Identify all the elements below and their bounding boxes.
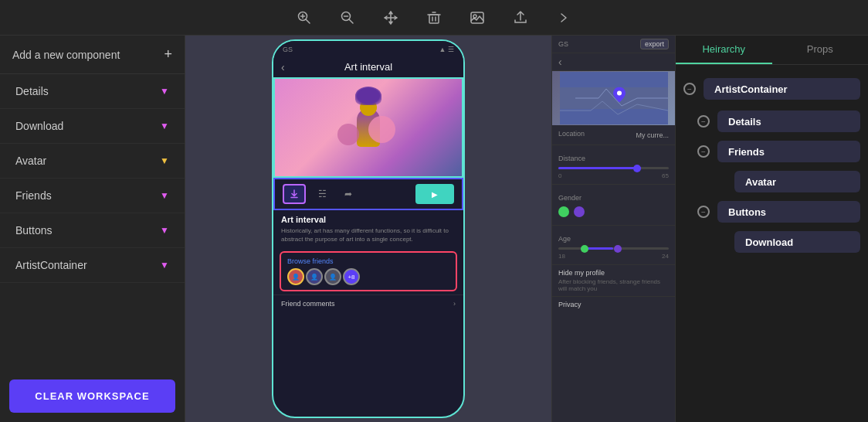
hierarchy-panel: Heirarchy Props − ArtistContainer − Deta… [675,36,868,422]
collapse-buttons[interactable]: − [697,206,710,218]
age-max: 24 [662,253,669,260]
play-button[interactable]: ▶ [415,184,454,204]
filter-back-arrow[interactable]: ‹ [558,56,562,68]
forward-share-icon[interactable]: ➦ [338,184,358,204]
age-filter-row: Age 18 24 [552,226,675,265]
phone-action-bar: ☵ ➦ ▶ [273,178,463,210]
phone-art-section: Art interval Historically, art has many … [273,210,463,248]
distance-min: 0 [558,172,561,179]
sidebar-items-list: Details ▼ Download ▼ Avatar ▼ Friends ▼ … [0,74,185,370]
map-pin [613,87,626,106]
svg-point-17 [617,91,622,96]
avatar: 👤 [287,268,304,285]
collapse-friends[interactable]: − [697,145,710,158]
chevron-down-icon: ▼ [160,260,169,271]
collapse-artist-container[interactable]: − [683,83,696,95]
map-thumbnail [552,71,675,125]
privacy-row: Privacy [552,297,675,312]
svg-rect-7 [429,15,439,23]
phone-status-icons: ▲ ☰ [439,46,454,53]
hierarchy-row-details[interactable]: − Details [676,107,868,136]
add-component-button[interactable]: + [164,46,172,63]
download-action-button[interactable] [283,184,306,204]
sidebar-item-buttons[interactable]: Buttons ▼ [0,213,185,248]
add-component-label: Add a new component [12,49,120,61]
phone-avatars: 👤 👤 👤 +8 [287,268,449,285]
svg-line-1 [306,19,310,23]
distance-label: Distance [558,155,585,162]
filter-gs-label: GS [558,40,568,48]
chevron-down-icon: ▼ [160,155,169,166]
privacy-label: Privacy [558,301,669,308]
hierarchy-row-avatar[interactable]: Avatar [676,167,868,196]
sidebar-item-avatar[interactable]: Avatar ▼ [0,144,185,179]
hide-profile-sublabel: After blocking friends, strange friends … [558,278,669,292]
chevron-down-icon: ▼ [160,121,169,131]
chevron-down-icon: ▼ [160,86,169,97]
gender-female-dot[interactable] [558,206,569,217]
distance-filter-row: Distance 0 65 [552,145,675,185]
phone-comments-arrow: › [453,300,456,308]
phone-art-title: Art interval [281,215,456,224]
phone-title-bar: ‹ Art interval [273,58,463,77]
svg-line-5 [349,19,353,23]
sidebar-header: Add a new component + [0,36,185,74]
sidebar: Add a new component + Details ▼ Download… [0,36,185,422]
tab-hierarchy[interactable]: Heirarchy [676,36,772,64]
phone-friends-section: Browse friends 👤 👤 👤 +8 [280,251,457,291]
phone-hero-image [273,77,463,178]
phone-back-arrow[interactable]: ‹ [281,61,285,73]
gender-label: Gender [558,194,581,202]
gender-male-dot[interactable] [574,206,585,217]
phone-screen-title-text: Art interval [344,61,392,73]
zoom-in-icon[interactable] [295,9,314,27]
phone-comments-label: Friend comments [281,300,335,308]
avatar: 👤 [324,268,341,285]
gender-filter-row: Gender [552,185,675,226]
hierarchy-tabs: Heirarchy Props [676,36,868,65]
location-label: Location [558,130,585,138]
age-slider[interactable] [558,247,669,250]
main-layout: Add a new component + Details ▼ Download… [0,36,868,422]
hide-profile-row: Hide my profile After blocking friends, … [552,265,675,297]
tab-props[interactable]: Props [772,36,869,64]
location-value: My curre... [636,131,669,139]
hierarchy-row-buttons[interactable]: − Buttons [676,197,868,226]
zoom-out-icon[interactable] [338,9,357,27]
sidebar-item-details[interactable]: Details ▼ [0,74,185,109]
export-icon[interactable] [511,9,530,27]
phone-mockup: GS ▲ ☰ ‹ Art interval [272,39,465,418]
map-top-bar: GS export [552,36,675,53]
move-icon[interactable] [381,9,400,27]
phone-comments-row[interactable]: Friend comments › [273,294,463,312]
clear-workspace-button[interactable]: CLEAR WORKSPACE [9,379,175,413]
phone-friends-title: Browse friends [287,257,449,265]
distance-max: 65 [662,172,669,179]
chevron-down-icon: ▼ [160,225,169,236]
avatar: 👤 [306,268,323,285]
sidebar-item-friends[interactable]: Friends ▼ [0,179,185,213]
canvas: GS ▲ ☰ ‹ Art interval [185,36,551,422]
age-min: 18 [558,253,565,260]
forward-icon[interactable] [554,9,573,27]
sidebar-item-artist-container[interactable]: ArtistContainer ▼ [0,248,185,283]
toolbar [0,0,868,36]
image-icon[interactable] [468,9,487,27]
chevron-down-icon: ▼ [160,190,169,201]
collapse-details[interactable]: − [697,115,710,128]
filter-panel: GS export ‹ Location [551,36,675,422]
share-icon[interactable]: ☵ [312,184,332,204]
hide-profile-label: Hide my profile [558,269,669,277]
phone-art-desc: Historically, art has many different fun… [281,226,456,243]
phone-carrier: GS [283,46,293,53]
hierarchy-row-download[interactable]: Download [676,227,868,257]
export-badge[interactable]: export [640,39,669,49]
delete-icon[interactable] [425,9,443,27]
location-filter-row: Location My curre... [552,125,675,145]
hierarchy-row-artist-container[interactable]: − ArtistContainer [676,73,868,105]
sidebar-item-download[interactable]: Download ▼ [0,109,185,144]
hierarchy-row-friends[interactable]: − Friends [676,137,868,166]
distance-slider[interactable] [558,167,669,169]
hierarchy-content: − ArtistContainer − Details − Friends [676,65,868,422]
avatar-count: +8 [343,268,360,285]
